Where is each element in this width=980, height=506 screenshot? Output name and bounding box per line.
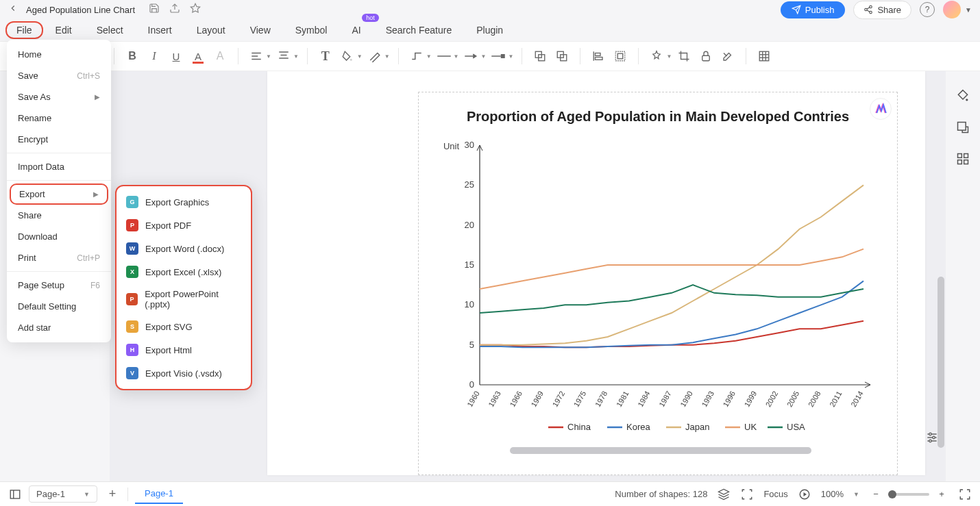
svg-text:2008: 2008 [807,390,822,408]
zoom-out-button[interactable]: − [869,488,883,501]
crop-button[interactable] [674,47,694,66]
account-caret-icon[interactable]: ▼ [965,6,972,14]
menu-insert[interactable]: Insert [136,21,184,40]
export-icon[interactable] [169,3,180,16]
zoom-value[interactable]: 100% [821,489,844,499]
page-tab[interactable]: Page-1 [135,484,183,504]
svg-point-15 [350,59,352,61]
export-export-html[interactable]: HExport Html [117,338,251,362]
menu-ai[interactable]: AIhot [339,21,373,40]
menu-share[interactable]: Share [7,205,111,226]
menu-select[interactable]: Select [84,21,136,40]
settings-float-icon[interactable] [922,428,942,447]
valign-button[interactable] [274,47,293,66]
page-select[interactable]: Page-1▼ [29,485,97,503]
arrow-style-button[interactable] [462,47,481,66]
bring-front-button[interactable] [552,47,572,66]
connector-button[interactable] [407,47,426,66]
menu-home[interactable]: Home [7,44,111,65]
menu-search-feature[interactable]: Search Feature [373,21,465,40]
send-back-button[interactable] [530,47,550,66]
italic-button[interactable]: I [145,47,164,66]
export-export-svg[interactable]: SExport SVG [117,315,251,338]
fill-button[interactable] [338,47,357,66]
menu-layout[interactable]: Layout [184,21,238,40]
align-objects-button[interactable] [589,47,608,66]
fill-panel-icon[interactable] [955,88,971,104]
menu-rename[interactable]: Rename [7,107,111,129]
svg-point-5 [865,8,868,11]
save-icon[interactable] [149,3,160,16]
line-end-button[interactable] [489,47,508,66]
menu-file[interactable]: File [5,21,43,39]
export-export-graphics[interactable]: GExport Graphics [117,190,251,214]
shapes-count: Number of shapes: 128 [615,489,707,499]
svg-text:30: 30 [465,140,474,150]
add-page-button[interactable]: + [104,486,121,503]
zoom-in-button[interactable]: + [935,488,948,501]
back-icon[interactable] [8,3,18,16]
line-color-button[interactable] [365,47,384,66]
export-item-label: Export PDF [145,220,191,231]
svg-text:2011: 2011 [828,390,844,408]
expand-panel-icon[interactable] [955,119,971,136]
file-type-icon: G [126,196,138,208]
menu-edit[interactable]: Edit [43,21,84,40]
export-export-powerpoint-pptx[interactable]: PExport PowerPoint (.pptx) [117,283,251,315]
menu-encrypt[interactable]: Encrypt [7,129,111,150]
fontcolor-button[interactable]: A [188,47,208,66]
export-export-pdf[interactable]: PExport PDF [117,214,251,237]
export-export-visio-vsdx[interactable]: VExport Visio (.vsdx) [117,362,251,385]
export-export-word-docx[interactable]: WExport Word (.docx) [117,237,251,260]
svg-text:1966: 1966 [508,390,524,408]
menu-plugin[interactable]: Plugin [464,21,515,40]
chart-container[interactable]: Proportion of Aged Population in Main De… [418,92,898,475]
text-tool-button[interactable]: T [316,47,335,66]
svg-marker-90 [719,489,729,494]
svg-rect-78 [958,154,962,158]
help-icon[interactable]: ? [920,2,935,17]
fullscreen-icon[interactable] [958,488,972,501]
svg-marker-92 [803,492,807,496]
menu-page-setup[interactable]: Page SetupF6 [7,275,111,296]
grid-panel-icon[interactable] [955,151,971,167]
tools-button[interactable] [718,47,737,66]
lock-button[interactable] [696,47,715,66]
presentation-icon[interactable] [798,488,811,501]
zoom-slider[interactable] [888,493,929,496]
export-export-excel-xlsx[interactable]: XExport Excel (.xlsx) [117,260,251,283]
publish-button[interactable]: Publish [781,1,846,18]
text-bgcolor-button[interactable]: A [210,47,230,66]
underline-button[interactable]: U [167,47,186,66]
menu-print[interactable]: PrintCtrl+P [7,247,111,268]
group-button[interactable] [611,47,630,66]
menu-export[interactable]: Export▶ [10,184,108,205]
layers-icon[interactable] [717,488,731,501]
share-button[interactable]: Share [853,1,911,19]
vertical-scrollbar[interactable] [938,277,944,448]
menu-download[interactable]: Download [7,226,111,247]
align-button[interactable] [247,47,266,66]
svg-text:10: 10 [465,299,474,309]
page[interactable]: Proportion of Aged Population in Main De… [267,71,925,475]
menu-symbol[interactable]: Symbol [283,21,340,40]
bold-button[interactable]: B [123,47,142,66]
effects-button[interactable] [647,47,666,66]
line-style-button[interactable] [434,47,454,66]
menu-save-as[interactable]: Save As▶ [7,86,111,107]
focus-label[interactable]: Focus [763,489,787,499]
menu-view[interactable]: View [238,21,283,40]
menu-default-setting[interactable]: Default Setting [7,296,111,317]
focus-icon[interactable] [740,488,754,501]
file-type-icon: P [126,293,138,305]
menu-save[interactable]: SaveCtrl+S [7,65,111,86]
avatar[interactable] [943,1,961,18]
outline-icon[interactable] [8,488,22,501]
export-item-label: Export SVG [145,322,193,332]
menu-add-star[interactable]: Add star [7,317,111,338]
table-button[interactable] [755,47,774,66]
horizontal-scrollbar[interactable] [510,447,811,454]
menu-import-data[interactable]: Import Data [7,156,111,177]
export-item-label: Export Word (.docx) [145,244,224,254]
star-icon[interactable] [190,3,201,16]
